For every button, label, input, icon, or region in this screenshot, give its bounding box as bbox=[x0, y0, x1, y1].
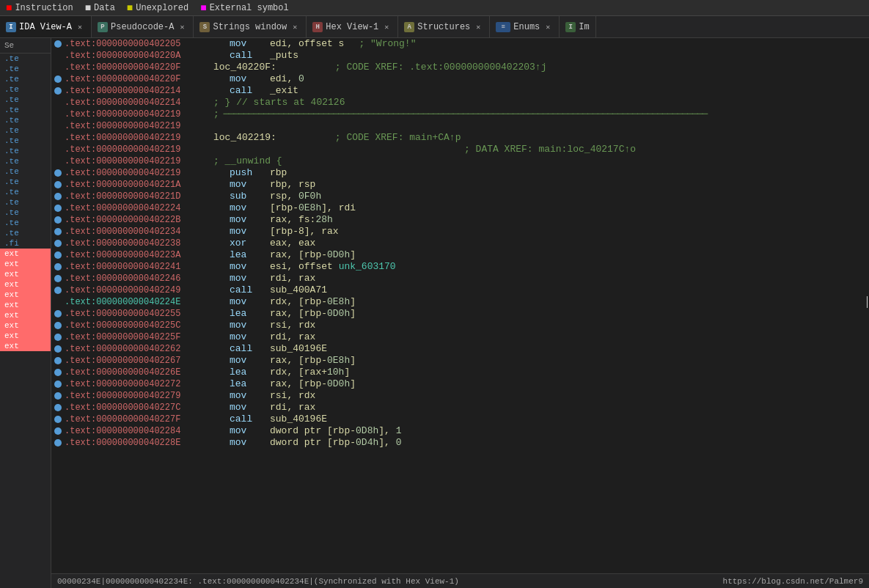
tab-strings[interactable]: S Strings window ✕ bbox=[194, 16, 307, 38]
breakpoint-dot-19 bbox=[54, 251, 62, 259]
tab-label-strings: Strings window bbox=[213, 22, 287, 32]
addr-7: .text:0000000000402219 bbox=[65, 109, 208, 120]
sidebar-item-4[interactable]: .te bbox=[0, 95, 51, 105]
sidebar-item-ext-4[interactable]: ext bbox=[0, 290, 51, 300]
code-line-15[interactable]: .text:0000000000402224 mov[rbp-0E8h], rd… bbox=[51, 202, 869, 214]
code-line-6[interactable]: .text:0000000000402214 ; } // starts at … bbox=[51, 97, 869, 109]
tab-ida-view[interactable]: I IDA View-A ✕ bbox=[0, 16, 92, 38]
code-line-30[interactable]: .text:0000000000402272 learax, [rbp-0D0h… bbox=[51, 378, 869, 390]
legend-unexplored-label: Unexplored bbox=[136, 3, 188, 13]
code-line-22[interactable]: .text:0000000000402249 callsub_400A71 bbox=[51, 284, 869, 296]
tab-close-structures[interactable]: ✕ bbox=[473, 22, 483, 32]
legend-data-label: Data bbox=[94, 3, 115, 13]
instr-33: callsub_40196E bbox=[208, 414, 327, 425]
tab-structures[interactable]: A Structures ✕ bbox=[398, 16, 490, 38]
tab-close-strings[interactable]: ✕ bbox=[290, 22, 300, 32]
code-line-8[interactable]: .text:0000000000402219 bbox=[51, 120, 869, 132]
code-line-5[interactable]: .text:0000000000402214 call_exit bbox=[51, 85, 869, 97]
sidebar-item-9[interactable]: .te bbox=[0, 146, 51, 156]
sidebar-item-3[interactable]: .te bbox=[0, 84, 51, 95]
instr-22: callsub_400A71 bbox=[208, 284, 327, 296]
breakpoint-dot-22 bbox=[54, 287, 62, 294]
code-line-26[interactable]: .text:000000000040225F movrdi, rax bbox=[51, 331, 869, 343]
code-content[interactable]: .text:0000000000402205 movedi, offset s … bbox=[51, 38, 869, 588]
code-line-21[interactable]: .text:0000000000402246 movrdi, rax bbox=[51, 273, 869, 284]
addr-16: .text:000000000040222B bbox=[65, 214, 208, 226]
tab-enums[interactable]: ≡ Enums ✕ bbox=[490, 16, 560, 38]
code-line-20[interactable]: .text:0000000000402241 movesi, offset un… bbox=[51, 261, 869, 273]
code-line-24[interactable]: .text:0000000000402255 learax, [rbp-0D0h… bbox=[51, 308, 869, 320]
sidebar-item-5[interactable]: .te bbox=[0, 105, 51, 115]
addr-30: .text:0000000000402272 bbox=[65, 378, 208, 390]
sidebar-item-17[interactable]: .te bbox=[0, 228, 51, 238]
code-line-12[interactable]: .text:0000000000402219 pushrbp bbox=[51, 167, 869, 179]
code-line-33[interactable]: .text:000000000040227F callsub_40196E bbox=[51, 414, 869, 425]
addr-8: .text:0000000000402219 bbox=[65, 120, 208, 132]
sidebar-item-ext-3[interactable]: ext bbox=[0, 279, 51, 290]
code-line-1[interactable]: .text:0000000000402205 movedi, offset s … bbox=[51, 38, 869, 50]
code-line-31[interactable]: .text:0000000000402279 movrsi, rdx bbox=[51, 390, 869, 402]
label-3: loc_40220F: bbox=[213, 62, 276, 73]
tab-hex-view[interactable]: H Hex View-1 ✕ bbox=[307, 16, 398, 38]
breakpoint-dot-25 bbox=[54, 322, 62, 329]
code-area[interactable]: .text:0000000000402205 movedi, offset s … bbox=[51, 38, 869, 588]
code-line-29[interactable]: .text:000000000040226E leardx, [rax+10h] bbox=[51, 367, 869, 378]
sidebar-item-ext-9[interactable]: ext bbox=[0, 341, 51, 351]
sidebar-item-15[interactable]: .te bbox=[0, 207, 51, 218]
sidebar-item-8[interactable]: .te bbox=[0, 136, 51, 146]
code-line-34[interactable]: .text:0000000000402284 movdword ptr [rbp… bbox=[51, 425, 869, 437]
tab-close-hex[interactable]: ✕ bbox=[381, 22, 392, 32]
code-line-13[interactable]: .text:000000000040221A movrbp, rsp bbox=[51, 179, 869, 191]
code-line-9[interactable]: .text:0000000000402219 loc_402219: ; COD… bbox=[51, 132, 869, 144]
code-line-17[interactable]: .text:0000000000402234 mov[rbp-8], rax bbox=[51, 226, 869, 238]
sidebar-item-ext-2[interactable]: ext bbox=[0, 269, 51, 279]
code-line-4[interactable]: .text:000000000040220F movedi, 0 bbox=[51, 73, 869, 85]
sidebar-item-fi[interactable]: .fi bbox=[0, 238, 51, 249]
status-bar: 00000234E|0000000000402234E: .text:00000… bbox=[51, 573, 869, 588]
tab-close-ida[interactable]: ✕ bbox=[75, 22, 85, 32]
sidebar-item-12[interactable]: .te bbox=[0, 177, 51, 187]
tab-icon-hex: H bbox=[312, 22, 323, 32]
sidebar-item-0[interactable]: .te bbox=[0, 54, 51, 64]
sidebar-item-7[interactable]: .te bbox=[0, 125, 51, 136]
sidebar-item-ext-5[interactable]: ext bbox=[0, 300, 51, 310]
sidebar-item-13[interactable]: .te bbox=[0, 187, 51, 197]
code-line-18[interactable]: .text:0000000000402238 xoreax, eax bbox=[51, 238, 869, 249]
breakpoint-dot-29 bbox=[54, 369, 62, 376]
sidebar-item-ext-1[interactable]: ext bbox=[0, 259, 51, 269]
code-line-3[interactable]: .text:000000000040220F loc_40220F: ; COD… bbox=[51, 62, 869, 73]
code-line-27[interactable]: .text:0000000000402262 callsub_40196E bbox=[51, 343, 869, 355]
sidebar-item-ext-0[interactable]: ext bbox=[0, 249, 51, 259]
sidebar-item-1[interactable]: .te bbox=[0, 64, 51, 74]
tab-pseudocode[interactable]: P Pseudocode-A ✕ bbox=[92, 16, 194, 38]
code-line-2[interactable]: .text:000000000040220A call_puts bbox=[51, 50, 869, 62]
tab-close-pseudocode[interactable]: ✕ bbox=[177, 22, 187, 32]
sidebar-item-11[interactable]: .te bbox=[0, 166, 51, 177]
sidebar-item-ext-7[interactable]: ext bbox=[0, 320, 51, 331]
code-line-11[interactable]: .text:0000000000402219 ; __unwind { bbox=[51, 155, 869, 167]
code-line-16[interactable]: .text:000000000040222B movrax, fs:28h bbox=[51, 214, 869, 226]
sidebar-item-16[interactable]: .te bbox=[0, 218, 51, 228]
code-line-28[interactable]: .text:0000000000402267 movrax, [rbp-0E8h… bbox=[51, 355, 869, 367]
sidebar-item-14[interactable]: .te bbox=[0, 197, 51, 207]
legend-external-icon: ■ bbox=[200, 2, 206, 14]
sidebar-item-ext-8[interactable]: ext bbox=[0, 331, 51, 341]
sidebar-item-6[interactable]: .te bbox=[0, 115, 51, 125]
code-line-19[interactable]: .text:000000000040223A learax, [rbp-0D0h… bbox=[51, 249, 869, 261]
code-line-35[interactable]: .text:000000000040228E movdword ptr [rbp… bbox=[51, 437, 869, 449]
sidebar-item-2[interactable]: .te bbox=[0, 74, 51, 84]
comment-1: ; "Wrong!" bbox=[359, 38, 416, 50]
tab-icon-pseudocode: P bbox=[98, 22, 108, 32]
sidebar-item-ext-6[interactable]: ext bbox=[0, 310, 51, 320]
tab-close-enums[interactable]: ✕ bbox=[543, 22, 553, 32]
comment-10: ; DATA XREF: main:loc_40217C↑o bbox=[464, 144, 636, 155]
addr-3: .text:000000000040220F bbox=[65, 62, 208, 73]
code-line-25[interactable]: .text:000000000040225C movrsi, rdx bbox=[51, 320, 869, 331]
code-line-7[interactable]: .text:0000000000402219 ; ───────────────… bbox=[51, 109, 869, 120]
code-line-23[interactable]: .text:000000000040224E movrdx, [rbp-0E8h… bbox=[51, 296, 869, 308]
tab-imports[interactable]: I Im bbox=[560, 16, 595, 38]
code-line-10[interactable]: .text:0000000000402219 ; DATA XREF: main… bbox=[51, 144, 869, 155]
code-line-14[interactable]: .text:000000000040221D subrsp, 0F0h bbox=[51, 191, 869, 202]
code-line-32[interactable]: .text:000000000040227C movrdi, rax bbox=[51, 402, 869, 414]
sidebar-item-10[interactable]: .te bbox=[0, 156, 51, 166]
